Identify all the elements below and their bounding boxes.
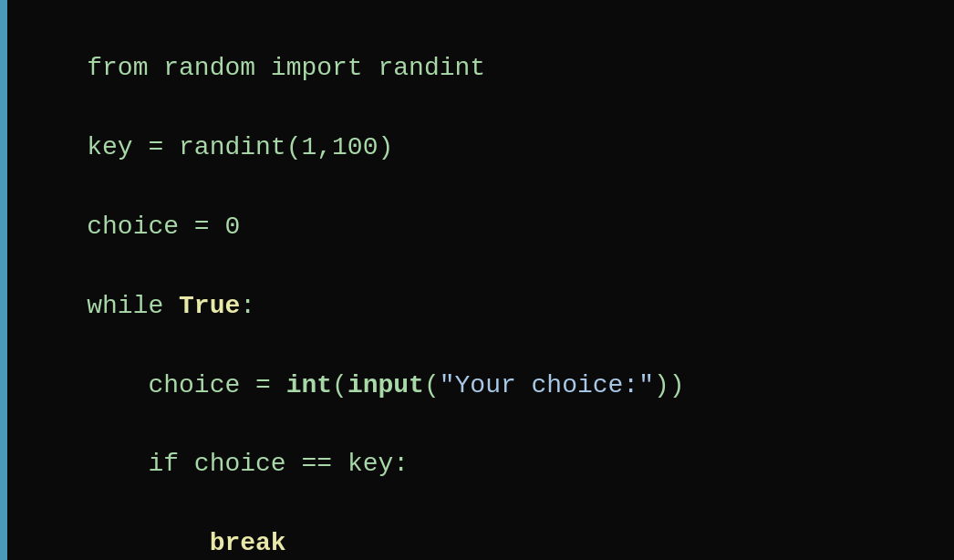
line-7: break: [87, 529, 285, 557]
line-1: from random import randint: [87, 54, 485, 82]
line-indicator: [0, 0, 7, 560]
line-5: choice = int(input("Your choice:")): [87, 371, 684, 399]
line-6: if choice == key:: [87, 450, 409, 478]
line-3: choice = 0: [87, 213, 240, 241]
code-content: from random import randint key = randint…: [7, 0, 954, 560]
line-4: while True:: [87, 292, 255, 320]
line-2: key = randint(1,100): [87, 133, 393, 161]
code-editor: from random import randint key = randint…: [0, 0, 954, 560]
